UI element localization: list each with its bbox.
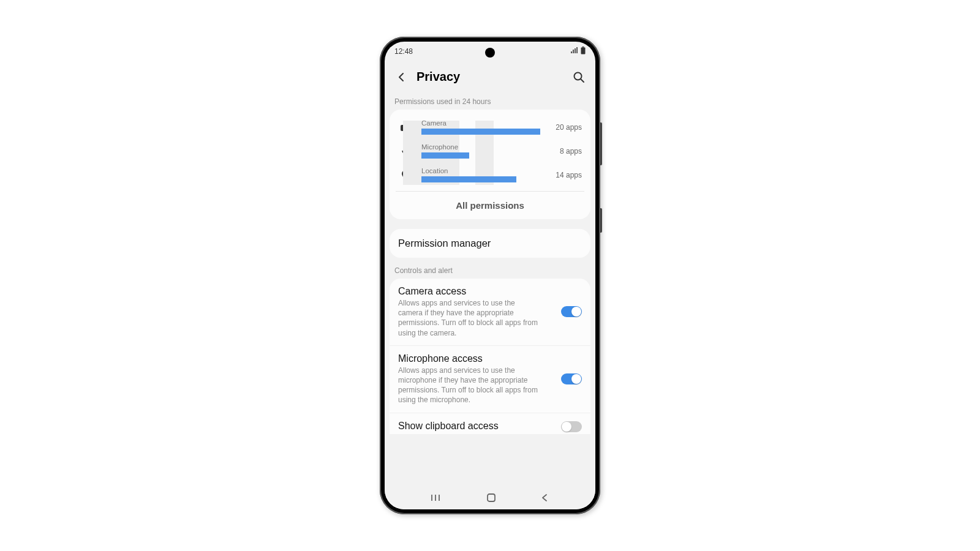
toggle-title: Show clipboard access — [398, 421, 554, 432]
status-time: 12:48 — [394, 47, 413, 56]
back-nav-button[interactable] — [540, 493, 549, 504]
camera-access-row[interactable]: Camera access Allows apps and services t… — [390, 279, 590, 346]
permission-label: Camera — [421, 119, 540, 127]
permission-bar — [421, 129, 540, 135]
recents-button[interactable] — [431, 493, 442, 504]
back-button[interactable] — [394, 70, 408, 84]
permission-count: 8 apps — [549, 147, 582, 156]
screen: 12:48 Privacy Permissions used in 24 hou… — [385, 42, 595, 509]
camera-hole — [485, 48, 495, 58]
svg-rect-14 — [488, 494, 495, 501]
home-button[interactable] — [486, 493, 496, 505]
toggle-desc: Allows apps and services to use the micr… — [398, 365, 539, 405]
controls-section-label: Controls and alert — [385, 258, 595, 279]
toggle-title: Microphone access — [398, 353, 554, 364]
controls-card: Camera access Allows apps and services t… — [390, 279, 590, 434]
search-button[interactable] — [572, 70, 586, 84]
microphone-access-row[interactable]: Microphone access Allows apps and servic… — [390, 346, 590, 413]
svg-line-3 — [581, 79, 584, 82]
page-title: Privacy — [417, 70, 564, 84]
battery-icon — [581, 47, 586, 56]
power-button — [600, 208, 602, 233]
toggle-title: Camera access — [398, 286, 554, 297]
permission-count: 20 apps — [549, 123, 582, 132]
nav-bar — [385, 489, 595, 509]
permissions-card[interactable]: Camera 20 apps Microphone 8 a — [390, 110, 590, 219]
content: Permissions used in 24 hours Camera 20 a… — [385, 92, 595, 489]
permission-count: 14 apps — [549, 171, 582, 179]
permission-label: Location — [421, 167, 540, 174]
permission-bar — [421, 176, 516, 182]
all-permissions-button[interactable]: All permissions — [396, 192, 584, 219]
permissions-used-label: Permissions used in 24 hours — [385, 92, 595, 110]
camera-access-toggle[interactable] — [561, 306, 582, 317]
clipboard-access-toggle[interactable] — [561, 421, 582, 432]
permission-label: Microphone — [421, 143, 540, 151]
permission-bar — [421, 152, 469, 159]
signal-icon — [570, 47, 578, 56]
svg-rect-0 — [582, 47, 584, 48]
permission-manager-title: Permission manager — [398, 238, 582, 249]
clipboard-access-row[interactable]: Show clipboard access — [390, 413, 590, 434]
svg-rect-1 — [581, 48, 586, 54]
permission-manager-item[interactable]: Permission manager — [390, 229, 590, 258]
app-header: Privacy — [385, 59, 595, 92]
toggle-desc: Allows apps and services to use the came… — [398, 298, 539, 338]
volume-button — [600, 122, 602, 165]
microphone-access-toggle[interactable] — [561, 373, 582, 384]
permission-row-location[interactable]: Location 14 apps — [396, 165, 584, 189]
phone-frame: 12:48 Privacy Permissions used in 24 hou… — [380, 37, 600, 514]
